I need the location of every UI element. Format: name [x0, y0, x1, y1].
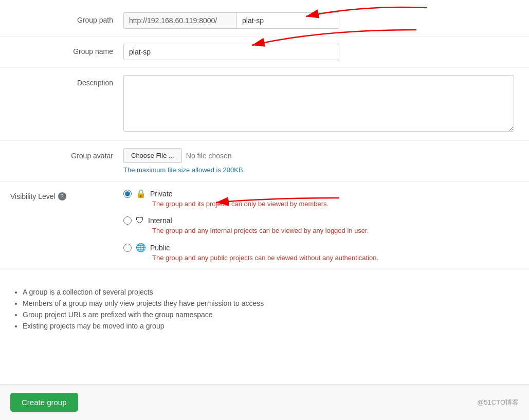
- bullet-3: Group project URLs are prefixed with the…: [23, 311, 519, 319]
- avatar-label: Group avatar: [10, 148, 123, 160]
- path-input[interactable]: [236, 12, 339, 29]
- form-container: Group path Group name Description: [0, 0, 529, 382]
- visibility-label-wrap: Visibility Level ?: [10, 192, 113, 200]
- no-file-text: No file chosen: [186, 152, 232, 160]
- visibility-public-desc: The group and any public projects can be…: [152, 254, 519, 262]
- create-group-button[interactable]: Create group: [10, 393, 78, 412]
- help-icon[interactable]: ?: [58, 192, 66, 200]
- visibility-private-desc: The group and its projects can only be v…: [152, 200, 519, 208]
- description-label: Description: [10, 75, 123, 87]
- visibility-row: Visibility Level ? 🔒 Private The group a…: [0, 181, 529, 269]
- choose-file-button[interactable]: Choose File ...: [123, 148, 182, 163]
- visibility-field: 🔒 Private The group and its projects can…: [123, 189, 519, 262]
- visibility-option-private: 🔒 Private The group and its projects can…: [123, 189, 519, 208]
- description-field: [123, 75, 519, 133]
- visibility-private-name: Private: [150, 190, 173, 198]
- visibility-radio-internal[interactable]: [123, 216, 132, 225]
- bullet-4: Existing projects may be moved into a gr…: [23, 322, 519, 330]
- lock-icon: 🔒: [136, 189, 146, 198]
- visibility-option-internal-header: 🛡 Internal: [123, 216, 519, 225]
- visibility-internal-desc: The group and any internal projects can …: [152, 227, 519, 234]
- bullet-2: Members of a group may only view project…: [23, 299, 519, 307]
- globe-icon: 🌐: [136, 243, 146, 252]
- visibility-option-internal: 🛡 Internal The group and any internal pr…: [123, 216, 519, 234]
- bottom-bar: Create group @51CTO博客: [0, 384, 529, 420]
- visibility-public-name: Public: [150, 244, 170, 252]
- visibility-internal-name: Internal: [148, 216, 172, 225]
- visibility-options: 🔒 Private The group and its projects can…: [123, 189, 519, 262]
- bullets-list: A group is a collection of several proje…: [10, 288, 519, 330]
- visibility-option-private-header: 🔒 Private: [123, 189, 519, 198]
- avatar-input-row: Choose File ... No file chosen: [123, 148, 519, 163]
- page-wrapper: Group path Group name Description: [0, 0, 529, 420]
- visibility-option-public: 🌐 Public The group and any public projec…: [123, 243, 519, 262]
- visibility-radio-private[interactable]: [123, 190, 132, 198]
- description-row: Description: [0, 68, 529, 141]
- shield-icon: 🛡: [136, 216, 144, 225]
- watermark: @51CTO博客: [477, 398, 519, 407]
- description-textarea[interactable]: [123, 75, 514, 132]
- info-bullets: A group is a collection of several proje…: [0, 280, 529, 341]
- visibility-label: Visibility Level ?: [10, 189, 123, 200]
- group-name-row: Group name: [0, 36, 529, 68]
- avatar-field: Choose File ... No file chosen The maxim…: [123, 148, 519, 174]
- bullet-1: A group is a collection of several proje…: [23, 288, 519, 296]
- group-path-label: Group path: [10, 12, 123, 24]
- group-path-field: [123, 12, 519, 29]
- group-path-inputs: [123, 12, 519, 29]
- file-size-hint: The maximum file size allowed is 200KB.: [123, 166, 519, 174]
- group-name-field: [123, 44, 519, 60]
- base-url-input[interactable]: [123, 12, 236, 29]
- group-name-input[interactable]: [123, 44, 339, 60]
- avatar-row: Group avatar Choose File ... No file cho…: [0, 141, 529, 181]
- visibility-option-public-header: 🌐 Public: [123, 243, 519, 252]
- visibility-label-text: Visibility Level: [10, 192, 56, 200]
- group-name-label: Group name: [10, 44, 123, 56]
- visibility-radio-public[interactable]: [123, 244, 132, 252]
- group-path-row: Group path: [0, 5, 529, 36]
